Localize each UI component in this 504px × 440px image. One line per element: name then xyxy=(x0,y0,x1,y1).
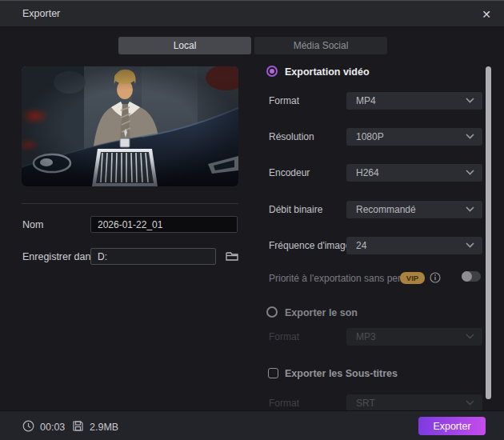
save-to-input[interactable] xyxy=(90,248,216,265)
tab-local[interactable]: Local xyxy=(118,37,251,54)
resolution-value: 1080P xyxy=(356,131,384,142)
chevron-down-icon xyxy=(466,170,474,175)
tab-bar: Local Média Social xyxy=(118,37,387,54)
audio-format-value: MP3 xyxy=(356,331,376,342)
export-button[interactable]: Exporter xyxy=(418,417,486,435)
audio-format-label: Format xyxy=(269,331,299,342)
encoder-label: Encodeur xyxy=(269,167,310,178)
audio-format-dropdown: MP3 xyxy=(346,328,482,346)
audio-section-title: Exporter le son xyxy=(285,307,358,318)
chevron-down-icon xyxy=(466,134,474,139)
dialog-title: Exporter xyxy=(22,8,60,19)
format-value: MP4 xyxy=(356,95,376,106)
info-icon[interactable] xyxy=(430,272,441,283)
save-size-icon xyxy=(72,420,84,435)
filesize-text: 2.9MB xyxy=(90,422,118,433)
lossless-label: Priorité à l'exportation sans perte xyxy=(269,273,409,284)
framerate-label: Fréquence d'image xyxy=(269,240,350,251)
subtitle-format-dropdown: SRT xyxy=(346,394,482,412)
folder-icon[interactable] xyxy=(225,249,239,263)
tab-media-social[interactable]: Média Social xyxy=(254,37,387,54)
lossless-toggle[interactable] xyxy=(462,271,481,282)
chevron-down-icon xyxy=(466,400,474,406)
title-bar: Exporter ✕ xyxy=(0,1,504,27)
chevron-down-icon xyxy=(466,334,474,339)
subtitle-export-checkbox[interactable] xyxy=(268,368,278,378)
bitrate-label: Débit binaire xyxy=(269,204,322,215)
name-input[interactable] xyxy=(90,216,238,233)
scrollbar-thumb[interactable] xyxy=(486,66,491,399)
export-dialog: Exporter ✕ Local Média Social xyxy=(0,0,504,440)
framerate-dropdown[interactable]: 24 xyxy=(346,237,482,254)
encoder-value: H264 xyxy=(356,167,379,178)
preview-thumbnail xyxy=(22,66,238,186)
vip-badge: VIP xyxy=(400,272,425,284)
video-section-title: Exportation vidéo xyxy=(285,66,370,78)
clock-icon xyxy=(22,420,34,435)
name-label: Nom xyxy=(22,219,43,230)
subtitle-format-value: SRT xyxy=(356,398,375,409)
video-export-radio[interactable] xyxy=(266,66,278,77)
duration-text: 00:03 xyxy=(40,422,65,433)
format-label: Format xyxy=(269,95,299,106)
left-panel-divider xyxy=(22,203,238,204)
subtitle-section-title: Exporter les Sous-titres xyxy=(285,368,398,379)
chevron-down-icon xyxy=(466,98,474,103)
save-to-label: Enregistrer dans xyxy=(22,251,96,262)
chevron-down-icon xyxy=(466,206,474,212)
subtitle-format-label: Format xyxy=(269,398,299,409)
footer-bar: 00:03 2.9MB Exporter xyxy=(0,410,504,440)
audio-export-radio[interactable] xyxy=(266,306,278,318)
close-icon[interactable]: ✕ xyxy=(479,7,494,22)
framerate-value: 24 xyxy=(356,240,366,251)
toggle-knob xyxy=(462,271,472,282)
format-dropdown[interactable]: MP4 xyxy=(346,92,482,110)
bitrate-value: Recommandé xyxy=(356,204,416,215)
resolution-dropdown[interactable]: 1080P xyxy=(346,128,482,146)
chevron-down-icon xyxy=(466,242,474,248)
encoder-dropdown[interactable]: H264 xyxy=(346,164,482,182)
resolution-label: Résolution xyxy=(269,131,314,142)
bitrate-dropdown[interactable]: Recommandé xyxy=(346,201,482,218)
